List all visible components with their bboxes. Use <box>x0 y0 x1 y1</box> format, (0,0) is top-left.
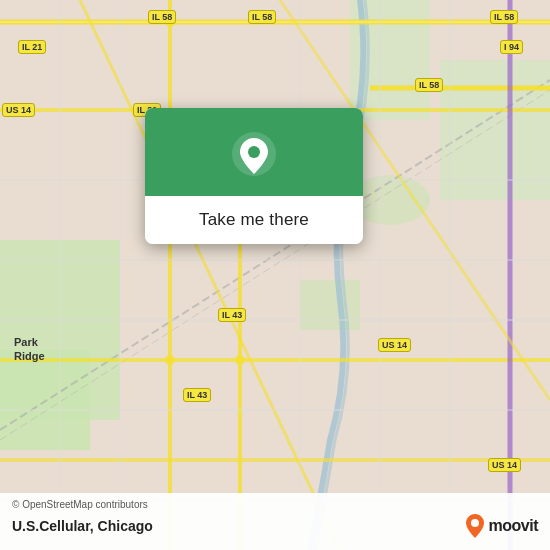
location-pin-icon <box>230 130 278 178</box>
route-label-il21-left: IL 21 <box>18 40 46 54</box>
route-label-il43-center: IL 43 <box>218 308 246 322</box>
svg-rect-2 <box>0 350 90 450</box>
svg-rect-6 <box>300 280 360 330</box>
moovit-logo: moovit <box>461 512 538 540</box>
route-label-il43-bottom: IL 43 <box>183 388 211 402</box>
route-label-il58-far-right: IL 58 <box>490 10 518 24</box>
svg-rect-4 <box>440 60 550 200</box>
attribution-text: © OpenStreetMap contributors <box>12 499 538 510</box>
route-label-us14-far-right: US 14 <box>488 458 521 472</box>
route-label-il58-top-center: IL 58 <box>248 10 276 24</box>
bottom-row: U.S.Cellular, Chicago moovit <box>12 512 538 540</box>
svg-point-31 <box>235 355 245 365</box>
route-label-i94: I 94 <box>500 40 523 54</box>
bottom-bar: © OpenStreetMap contributors U.S.Cellula… <box>0 493 550 550</box>
svg-point-32 <box>165 355 175 365</box>
park-ridge-label: ParkRidge <box>14 335 45 364</box>
route-label-us14-right: US 14 <box>378 338 411 352</box>
popup-green-area <box>145 108 363 196</box>
route-label-il58-top-left: IL 58 <box>148 10 176 24</box>
location-label: U.S.Cellular, Chicago <box>12 518 153 534</box>
svg-point-35 <box>471 519 479 527</box>
moovit-text: moovit <box>489 517 538 535</box>
moovit-pin-icon <box>461 512 489 540</box>
map-container: IL 58 IL 58 IL 58 IL 58 IL 21 IL 21 US 1… <box>0 0 550 550</box>
route-label-us14-left: US 14 <box>2 103 35 117</box>
map-background <box>0 0 550 550</box>
take-me-there-button[interactable]: Take me there <box>145 196 363 244</box>
popup-card: Take me there <box>145 108 363 244</box>
route-label-il58-right: IL 58 <box>415 78 443 92</box>
svg-point-34 <box>248 146 260 158</box>
